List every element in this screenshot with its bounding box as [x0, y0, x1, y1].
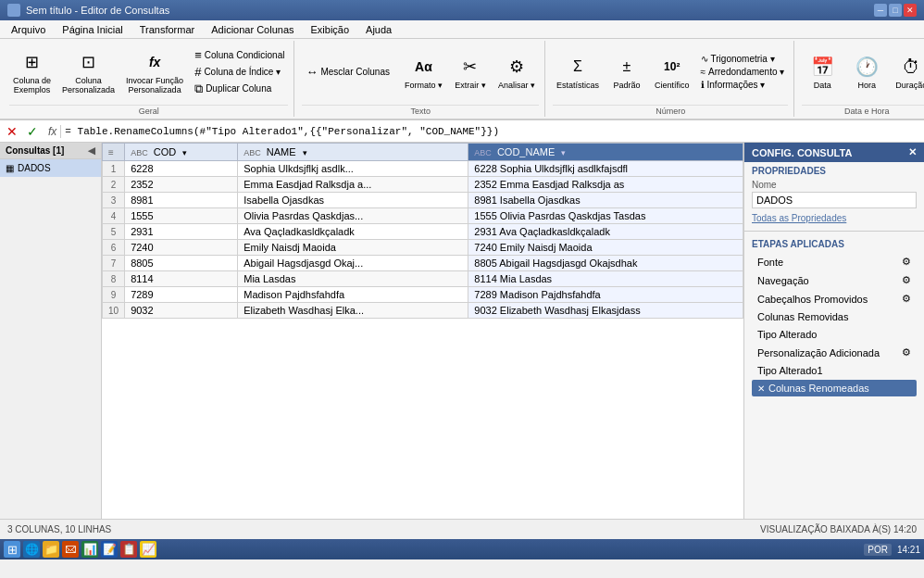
cell-cod-name: 6228 Sophia Ulkdsjflkj asdlkfajsdfl	[468, 161, 743, 177]
col-cod-menu[interactable]: ▾	[182, 148, 187, 157]
table-row[interactable]: 10 9032 Elizabeth Wasdhasj Elka... 9032 …	[103, 303, 743, 319]
arredondamento-button[interactable]: ≈ Arredondamento ▾	[697, 66, 789, 78]
taskbar-excel[interactable]: 📊	[81, 541, 98, 558]
cell-cod-name: 7289 Madison Pajdhsfahdfa	[468, 287, 743, 303]
taskbar-ie[interactable]: 🌐	[23, 541, 40, 558]
minimize-button[interactable]: ─	[874, 4, 887, 17]
step-item-colunas-removidas[interactable]: Colunas Removidas	[752, 308, 917, 325]
table-row[interactable]: 1 6228 Sophia Ulkdsjflkj asdlk... 6228 S…	[103, 161, 743, 177]
cientifico-button[interactable]: 10² Científico	[651, 52, 693, 92]
cell-cod-name: 1555 Olivia Pasrdas Qaskdjas Tasdas	[468, 208, 743, 224]
table-row[interactable]: 4 1555 Olivia Pasrdas Qaskdjas... 1555 O…	[103, 208, 743, 224]
queries-collapse-button[interactable]: ◀	[88, 145, 95, 156]
formula-cancel-button[interactable]: ✕	[4, 124, 20, 139]
table-row[interactable]: 8 8114 Mia Lasdas 8114 Mia Lasdas	[103, 271, 743, 287]
step-item-colunas-renomeadas[interactable]: ✕ Colunas Renomeadas	[752, 380, 917, 396]
step-item-cabecalhos[interactable]: Cabeçalhos Promovidos ⚙	[752, 290, 917, 308]
ribbon-group-numero-label: Número	[553, 105, 788, 117]
config-close-button[interactable]: ✕	[908, 146, 917, 158]
step-item-fonte[interactable]: Fonte ⚙	[752, 253, 917, 270]
cell-name: Isabella Ojasdkas	[238, 193, 468, 208]
menu-exibicao[interactable]: Exibição	[304, 22, 357, 37]
menu-ajuda[interactable]: Ajuda	[358, 22, 399, 37]
taskbar-pbi[interactable]: 📈	[140, 541, 156, 558]
all-properties-link[interactable]: Todas as Propriedades	[752, 213, 846, 223]
step-delete-colunas-renomeadas[interactable]: ✕	[757, 383, 765, 394]
ribbon-group-geral-label: Geral	[9, 105, 288, 117]
col-header-cod[interactable]: ABC COD ▾	[125, 144, 238, 161]
steps-title: ETAPAS APLICADAS	[752, 239, 917, 249]
taskbar-clock: 14:21	[897, 545, 920, 555]
step-gear-personalizacao[interactable]: ⚙	[902, 346, 911, 358]
coluna-condicional-button[interactable]: ≡ Coluna Condicional	[191, 47, 288, 63]
cell-cod: 7240	[125, 240, 238, 256]
extrair-icon: ✂	[457, 54, 483, 80]
menu-pagina-inicial[interactable]: Página Inicial	[55, 22, 130, 37]
informacoes-button[interactable]: ℹ Informações ▾	[697, 79, 789, 91]
table-row[interactable]: 9 7289 Madison Pajdhsfahdfa 7289 Madison…	[103, 287, 743, 303]
ribbon-group-geral: ⊞ Coluna deExemplos ⊡ ColunaPersonalizad…	[4, 41, 294, 117]
taskbar-language: POR	[864, 544, 892, 556]
cell-name: Elizabeth Wasdhasj Elka...	[238, 303, 468, 319]
taskbar: ⊞ 🌐 📁 🖂 📊 📝 📋 📈 POR 14:21	[0, 539, 924, 559]
table-row[interactable]: 6 7240 Emily Naisdj Maoida 7240 Emily Na…	[103, 240, 743, 256]
formato-icon: Aα	[410, 54, 436, 80]
invocar-funcao-button[interactable]: fx Invocar FunçãoPersonalizada	[122, 47, 187, 96]
row-number: 9	[103, 287, 125, 303]
col-header-name[interactable]: ABC NAME ▾	[238, 144, 468, 161]
estatisticas-button[interactable]: Σ Estatísticas	[553, 52, 603, 92]
coluna-exemplos-button[interactable]: ⊞ Coluna deExemplos	[9, 47, 55, 96]
taskbar-files[interactable]: 📁	[43, 541, 59, 558]
step-item-personalizacao[interactable]: Personalização Adicionada ⚙	[752, 344, 917, 361]
step-gear-cabecalhos[interactable]: ⚙	[902, 293, 911, 305]
duracao-button[interactable]: ⏱ Duração	[891, 52, 924, 92]
step-item-tipo-alterado1[interactable]: Tipo Alterado1	[752, 362, 917, 379]
data-button[interactable]: 📅 Data	[802, 52, 843, 92]
formula-confirm-button[interactable]: ✓	[24, 124, 41, 139]
mesclar-colunas-button[interactable]: ↔ Mesclar Colunas	[302, 64, 393, 80]
table-row[interactable]: 7 8805 Abigail Hagsdjasgd Okaj... 8805 A…	[103, 256, 743, 271]
table-row[interactable]: 2 2352 Emma Easdjad Ralksdja a... 2352 E…	[103, 177, 743, 193]
cell-cod: 8805	[125, 256, 238, 271]
padrao-button[interactable]: ± Padrão	[606, 52, 647, 92]
row-number: 2	[103, 177, 125, 193]
steps-list: Fonte ⚙ Navegação ⚙ Cabeçalhos Promovido…	[752, 253, 917, 396]
table-row[interactable]: 5 2931 Ava Qaçladkasldkçaladk 2931 Ava Q…	[103, 224, 743, 240]
name-input[interactable]	[752, 192, 917, 208]
close-button[interactable]: ✕	[904, 4, 917, 17]
queries-header: Consultas [1] ◀	[0, 143, 101, 159]
step-gear-navegacao[interactable]: ⚙	[902, 274, 911, 286]
hora-icon: 🕐	[854, 54, 880, 80]
cell-cod: 8981	[125, 193, 238, 208]
formula-input[interactable]	[65, 126, 920, 137]
trigonometria-button[interactable]: ∿ Trigonometria ▾	[697, 53, 789, 65]
formato-button[interactable]: Aα Formato ▾	[401, 52, 446, 92]
coluna-indice-button[interactable]: # Coluna de Índice ▾	[191, 64, 288, 80]
query-dados-item[interactable]: ▦ DADOS	[0, 159, 101, 177]
table-row[interactable]: 3 8981 Isabella Ojasdkas 8981 Isabella O…	[103, 193, 743, 208]
step-item-tipo-alterado[interactable]: Tipo Alterado	[752, 326, 917, 343]
coluna-personalizada-button[interactable]: ⊡ ColunaPersonalizada	[58, 47, 119, 96]
cell-name: Abigail Hagsdjasgd Okaj...	[238, 256, 468, 271]
hora-button[interactable]: 🕐 Hora	[846, 52, 887, 92]
col-codname-menu[interactable]: ▾	[561, 148, 566, 157]
step-gear-fonte[interactable]: ⚙	[902, 256, 911, 268]
cell-name: Emma Easdjad Ralksdja a...	[238, 177, 468, 193]
duplicar-coluna-button[interactable]: ⧉ Duplicar Coluna	[191, 81, 288, 97]
col-header-cod-name[interactable]: ABC COD_NAME ▾	[468, 144, 743, 161]
col-name-menu[interactable]: ▾	[303, 148, 307, 157]
taskbar-word[interactable]: 📝	[101, 541, 118, 558]
cell-cod: 8114	[125, 271, 238, 287]
taskbar-access[interactable]: 📋	[120, 541, 137, 558]
analisar-button[interactable]: ⚙ Analisar ▾	[494, 52, 539, 92]
taskbar-mail[interactable]: 🖂	[62, 541, 79, 558]
menu-transformar[interactable]: Transformar	[132, 22, 203, 37]
extrair-button[interactable]: ✂ Extrair ▾	[450, 52, 491, 92]
app-icon	[7, 4, 20, 17]
step-item-navegacao[interactable]: Navegação ⚙	[752, 271, 917, 289]
maximize-button[interactable]: □	[889, 4, 902, 17]
taskbar-start[interactable]: ⊞	[4, 541, 20, 558]
menu-adicionar-colunas[interactable]: Adicionar Colunas	[204, 22, 301, 37]
step-label-cabecalhos: Cabeçalhos Promovidos	[757, 294, 868, 305]
menu-arquivo[interactable]: Arquivo	[4, 22, 53, 37]
